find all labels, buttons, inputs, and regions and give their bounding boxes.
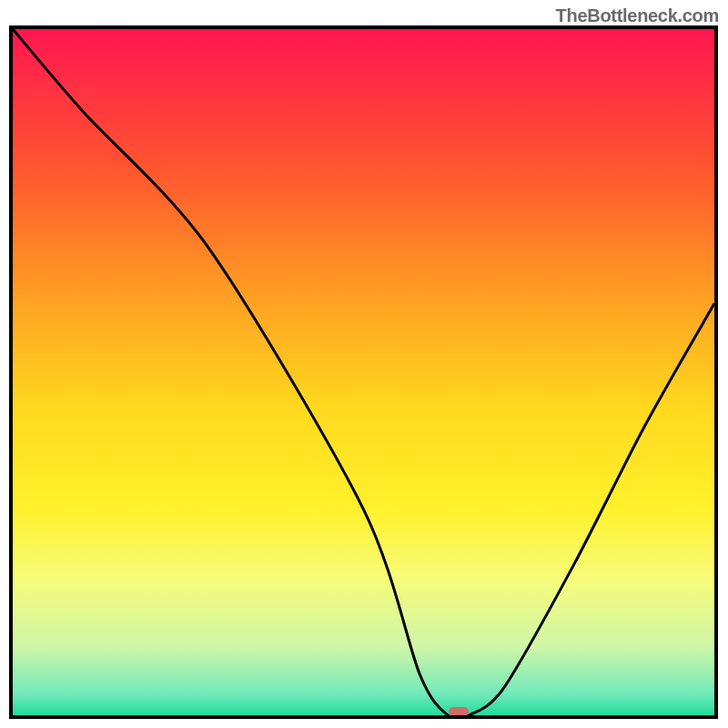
optimum-marker: [449, 707, 469, 716]
watermark-label: TheBottleneck.com: [556, 5, 719, 26]
bottleneck-curve: [13, 29, 714, 715]
chart-plot-area: [9, 25, 718, 719]
